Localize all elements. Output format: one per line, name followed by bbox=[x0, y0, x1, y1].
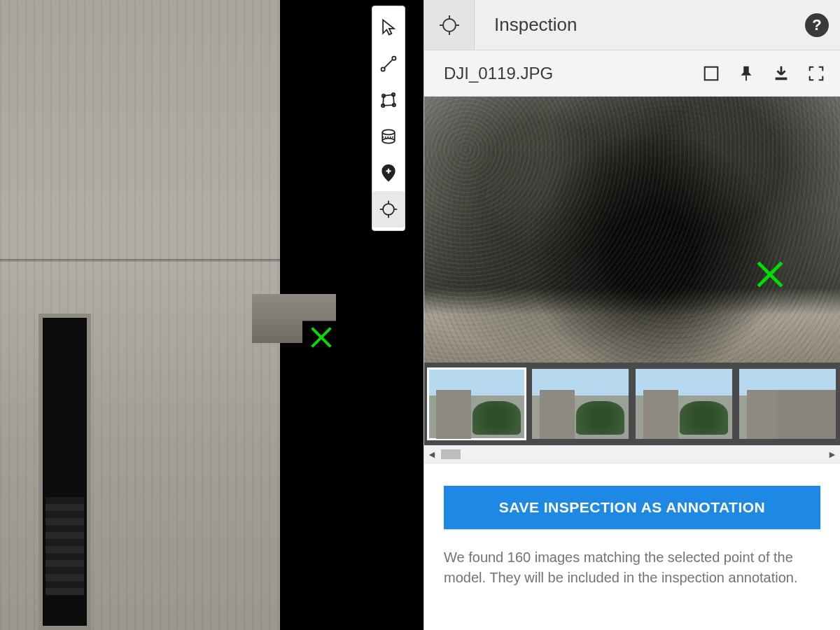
scroll-track[interactable] bbox=[440, 448, 825, 461]
thumbnail[interactable] bbox=[428, 369, 525, 439]
polygon-icon bbox=[379, 90, 398, 110]
svg-line-0 bbox=[312, 328, 331, 347]
match-info-text: We found 160 images matching the selecte… bbox=[444, 547, 820, 588]
pin-plus-icon bbox=[379, 163, 398, 183]
model-opening bbox=[38, 314, 91, 630]
pin-button[interactable] bbox=[735, 62, 757, 85]
compare-icon bbox=[702, 64, 720, 83]
scroll-handle[interactable] bbox=[441, 449, 461, 459]
crosshair-icon bbox=[379, 200, 398, 219]
svg-line-1 bbox=[312, 328, 331, 347]
thumbnail[interactable] bbox=[739, 369, 836, 439]
select-tool[interactable] bbox=[372, 9, 405, 46]
thumbnail[interactable] bbox=[636, 369, 732, 439]
marker-tool[interactable] bbox=[372, 155, 405, 191]
fullscreen-icon bbox=[807, 64, 825, 83]
help-button[interactable]: ? bbox=[805, 13, 829, 37]
action-area: SAVE INSPECTION AS ANNOTATION We found 1… bbox=[424, 463, 840, 630]
cursor-icon bbox=[379, 18, 398, 37]
polygon-tool[interactable] bbox=[372, 82, 405, 118]
thumbnail[interactable] bbox=[532, 369, 629, 439]
save-inspection-button[interactable]: SAVE INSPECTION AS ANNOTATION bbox=[444, 486, 820, 529]
inspection-marker-icon bbox=[308, 324, 335, 351]
svg-point-9 bbox=[382, 130, 395, 134]
tool-palette bbox=[372, 6, 405, 231]
line-icon bbox=[379, 54, 398, 74]
image-preview[interactable] bbox=[424, 97, 840, 363]
volume-tool[interactable] bbox=[372, 118, 405, 155]
pin-icon bbox=[737, 64, 755, 83]
model-corbel bbox=[252, 294, 336, 343]
image-filename: DJI_0119.JPG bbox=[444, 64, 687, 83]
compare-button[interactable] bbox=[700, 62, 722, 85]
download-button[interactable] bbox=[770, 62, 792, 85]
fullscreen-button[interactable] bbox=[805, 62, 827, 85]
cylinder-icon bbox=[379, 127, 398, 146]
svg-rect-25 bbox=[746, 75, 747, 80]
model-viewport[interactable] bbox=[0, 0, 424, 630]
download-icon bbox=[772, 64, 790, 83]
inspection-panel: Inspection ? DJI_0119.JPG bbox=[424, 0, 840, 630]
thumbnail-strip bbox=[424, 363, 840, 445]
scroll-left-icon[interactable]: ◄ bbox=[424, 446, 440, 463]
crosshair-icon bbox=[438, 14, 461, 36]
preview-texture bbox=[424, 97, 840, 363]
svg-point-19 bbox=[443, 19, 456, 31]
thumbnail-scrollbar[interactable]: ◄ ► bbox=[424, 445, 840, 463]
panel-title: Inspection bbox=[475, 14, 805, 36]
scroll-right-icon[interactable]: ► bbox=[825, 446, 840, 463]
svg-line-4 bbox=[384, 59, 393, 68]
inspection-tool[interactable] bbox=[372, 191, 405, 227]
svg-point-14 bbox=[383, 204, 394, 215]
svg-rect-24 bbox=[705, 66, 718, 80]
svg-point-10 bbox=[382, 139, 395, 144]
inspection-tab[interactable] bbox=[424, 0, 475, 50]
line-tool[interactable] bbox=[372, 46, 405, 82]
svg-rect-26 bbox=[776, 77, 788, 80]
panel-header: Inspection ? bbox=[424, 0, 840, 50]
app-root: Inspection ? DJI_0119.JPG bbox=[0, 0, 840, 630]
image-header: DJI_0119.JPG bbox=[424, 50, 840, 97]
